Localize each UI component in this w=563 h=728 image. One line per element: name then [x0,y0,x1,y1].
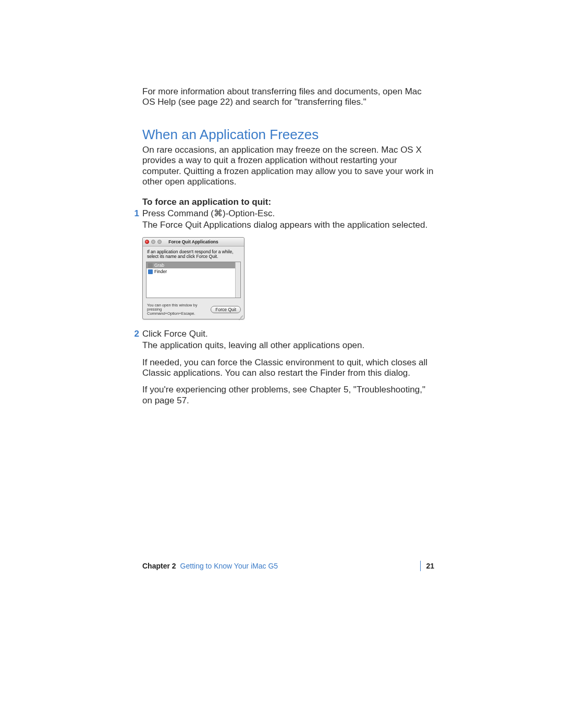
force-quit-button[interactable]: Force Quit [211,306,241,313]
section-body: On rare occasions, an application may fr… [142,145,434,188]
app-name: Grab [154,263,164,268]
app-name: Finder [154,269,167,274]
page-number: 21 [426,562,434,570]
step-number: 1 [133,208,142,219]
force-quit-dialog: Force Quit Applications If an applicatio… [142,237,244,319]
step-result: The Force Quit Applications dialog appea… [142,220,434,230]
close-icon[interactable] [145,240,149,244]
dialog-hint: You can open this window by pressing Com… [147,303,207,316]
subheading: To force an application to quit: [142,197,434,207]
step-result: The application quits, leaving all other… [142,340,434,351]
list-item[interactable]: Finder [146,268,240,275]
step-row: 1 Press Command (⌘)-Option-Esc. [142,208,434,219]
dialog-footer: You can open this window by pressing Com… [143,301,244,319]
step-number: 2 [133,329,142,339]
page-footer: Chapter 2 Getting to Know Your iMac G5 2… [142,561,434,571]
app-icon [148,269,153,274]
zoom-icon [157,240,162,244]
intro-paragraph: For more information about transferring … [142,87,434,108]
dialog-message: If an application doesn't respond for a … [143,246,244,262]
note-paragraph: If needed, you can force the Classic env… [142,357,434,379]
note-paragraph: If you're experiencing other problems, s… [142,385,434,406]
step-row: 2 Click Force Quit. [142,329,434,339]
dialog-titlebar: Force Quit Applications [143,238,244,246]
chapter-title: Getting to Know Your iMac G5 [180,562,278,570]
scrollbar[interactable] [235,262,240,298]
minimize-icon [151,240,155,244]
divider-icon [420,561,421,571]
step-text: Click Force Quit. [142,329,434,339]
app-icon [148,263,153,268]
section-heading: When an Application Freezes [142,127,434,143]
step-text: Press Command (⌘)-Option-Esc. [142,208,434,219]
app-list[interactable]: Grab Finder [146,262,241,298]
chapter-label: Chapter 2 [142,562,176,570]
list-item[interactable]: Grab [146,262,240,268]
traffic-lights [145,240,162,244]
manual-page: For more information about transferring … [0,0,563,728]
resize-handle-icon[interactable] [238,313,243,318]
body-column: For more information about transferring … [142,87,434,412]
